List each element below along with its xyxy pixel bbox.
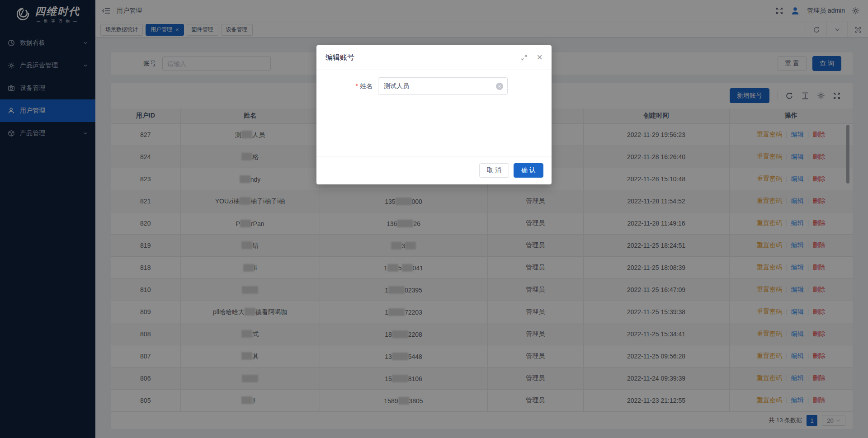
modal-title: 编辑账号 [326,53,354,62]
modal-header: 编辑账号 × [316,45,552,70]
modal-close-icon[interactable]: × [537,52,542,62]
modal-body: *姓名 × [316,70,552,156]
modal-header-icons: × [521,52,542,62]
edit-account-modal: 编辑账号 × *姓名 × 取 消 确 认 [316,45,552,184]
name-form-row: *姓名 × [316,77,552,95]
name-input[interactable] [378,77,508,95]
modal-footer: 取 消 确 认 [316,156,552,184]
modal-maximize-icon[interactable] [521,54,528,61]
name-input-wrap: × [378,77,508,95]
required-asterisk: * [356,82,358,89]
cancel-button[interactable]: 取 消 [479,163,509,178]
name-field-label: *姓名 [316,82,378,90]
confirm-button[interactable]: 确 认 [514,163,543,178]
clear-input-icon[interactable]: × [496,83,503,90]
app-window: 四维时代 — 数 字 万 物 — 数据看板 产品运营管理 [0,0,868,438]
